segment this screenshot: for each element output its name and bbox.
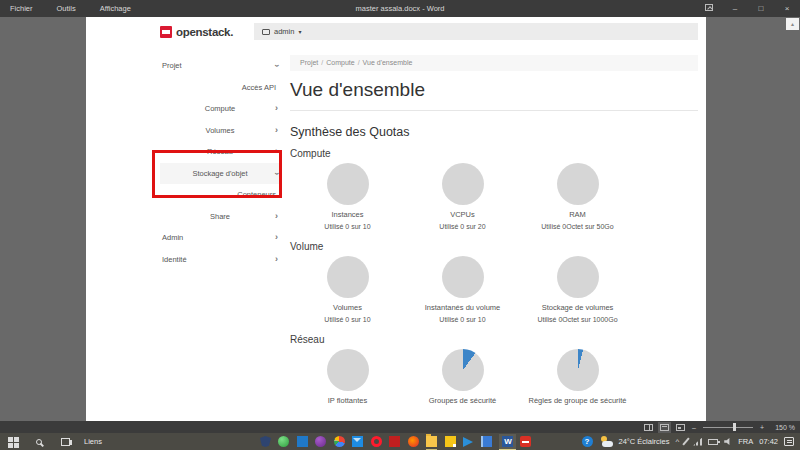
antivirus-shield-icon[interactable]	[260, 436, 271, 447]
breadcrumb: Projet/Compute/Vue d'ensemble	[290, 55, 698, 71]
taskbar-pinned-apps: W	[260, 434, 539, 450]
sidebar-item-compute[interactable]: Compute ›	[160, 98, 280, 120]
user-menu-bar: admin ▾	[254, 23, 698, 40]
breadcrumb-projet[interactable]: Projet	[300, 59, 318, 66]
language-indicator[interactable]: FRA	[738, 437, 753, 446]
green-sphere-app-icon[interactable]	[278, 436, 289, 447]
menu-affichage[interactable]: Affichage	[90, 4, 145, 13]
read-mode-icon[interactable]	[644, 424, 653, 431]
zoom-out-icon[interactable]: –	[692, 424, 696, 431]
scrollbar-up-icon[interactable]: ▴	[786, 18, 799, 30]
quota-pie-chart	[327, 163, 369, 205]
section-reseau: Réseau IP flottantes Groupes de sécurité…	[290, 334, 698, 408]
search-button[interactable]	[26, 433, 52, 450]
opera-icon[interactable]	[371, 436, 382, 447]
tray-expand-icon[interactable]: ^	[675, 437, 679, 446]
sidebar-item-projet[interactable]: Projet ›	[160, 55, 280, 77]
media-player-icon[interactable]	[463, 437, 473, 447]
zoom-slider-thumb[interactable]	[733, 423, 736, 431]
openstack-logo[interactable]: openstack.	[160, 23, 233, 40]
clock[interactable]: 07:42	[759, 437, 778, 446]
minimize-icon[interactable]: –	[722, 4, 748, 13]
quota-item-ip-flottantes: IP flottantes	[290, 349, 405, 408]
network-signal-icon[interactable]	[693, 438, 702, 446]
links-toolbar-label[interactable]: Liens	[84, 437, 102, 446]
blue-book-app-icon[interactable]	[481, 436, 492, 447]
chevron-down-icon: ›	[266, 64, 288, 67]
blue-square-app-icon[interactable]	[297, 436, 308, 447]
breadcrumb-compute[interactable]: Compute	[326, 59, 354, 66]
openstack-main-content: Projet/Compute/Vue d'ensemble Vue d'ense…	[290, 55, 698, 408]
quota-item-volumes: Volumes Utilisé 0 sur 10	[290, 256, 405, 324]
windows-taskbar: Liens W ? 24°C Éclaircies ^ FRA 07:42	[0, 433, 800, 450]
menu-fichier[interactable]: Fichier	[0, 4, 47, 13]
sidebar-item-stockage-objet[interactable]: Stockage d'objet ›	[160, 163, 280, 185]
mail-icon[interactable]	[352, 436, 363, 447]
chevron-right-icon: ›	[275, 227, 278, 249]
section-volume: Volume Volumes Utilisé 0 sur 10 Instanta…	[290, 241, 698, 324]
sidebar-item-acces-api[interactable]: Accès API	[160, 77, 280, 99]
user-menu-label[interactable]: admin	[274, 27, 294, 36]
start-button[interactable]	[0, 433, 26, 450]
quota-pie-chart	[327, 349, 369, 391]
section-title: Réseau	[290, 334, 698, 346]
quota-item-instantanes: Instantanés du volume Utilisé 0 sur 10	[405, 256, 520, 324]
close-icon[interactable]: ×	[774, 4, 800, 13]
quota-pie-chart	[442, 349, 484, 391]
chevron-right-icon: ›	[275, 120, 278, 142]
word-taskbar-button[interactable]: W	[499, 434, 516, 450]
notification-center-icon[interactable]	[784, 437, 794, 446]
restore-icon[interactable]: □	[748, 4, 774, 13]
web-layout-icon[interactable]	[676, 424, 685, 431]
project-icon	[262, 29, 270, 35]
quota-pie-chart	[442, 163, 484, 205]
sidebar-item-volumes[interactable]: Volumes ›	[160, 120, 280, 142]
print-layout-icon[interactable]	[660, 424, 669, 431]
word-titlebar: Fichier Outils Affichage master assala.d…	[0, 0, 800, 17]
word-document-page: openstack. admin ▾ Projet › Accès API Co…	[86, 17, 706, 421]
battery-icon[interactable]	[708, 439, 718, 445]
ribbon-options-icon[interactable]	[696, 4, 722, 13]
menu-outils[interactable]: Outils	[47, 4, 90, 13]
zoom-in-icon[interactable]: +	[760, 424, 764, 431]
pen-icon[interactable]	[683, 437, 690, 445]
window-controls: – □ ×	[696, 4, 800, 13]
quota-pie-chart	[557, 349, 599, 391]
sidebar-item-identite[interactable]: Identité ›	[160, 249, 280, 271]
sidebar-item-reseau[interactable]: Réseau ›	[160, 141, 280, 163]
task-view-icon	[61, 438, 70, 446]
volume-icon[interactable]	[724, 438, 732, 446]
weather-text[interactable]: 24°C Éclaircies	[619, 437, 670, 446]
quota-pie-chart	[557, 256, 599, 298]
weather-icon[interactable]	[599, 436, 613, 447]
notes-app-icon[interactable]	[445, 436, 456, 447]
task-view-button[interactable]	[52, 433, 78, 450]
section-compute: Compute Instances Utilisé 0 sur 10 VCPUs…	[290, 148, 698, 231]
zoom-level[interactable]: 150 %	[771, 424, 795, 431]
quota-item-ram: RAM Utilisé 0Octet sur 50Go	[520, 163, 635, 231]
sidebar-item-admin[interactable]: Admin ›	[160, 227, 280, 249]
breadcrumb-vue-densemble: Vue d'ensemble	[363, 59, 413, 66]
red-app-icon[interactable]	[520, 436, 531, 447]
quota-item-instances: Instances Utilisé 0 sur 10	[290, 163, 405, 231]
caret-down-icon[interactable]: ▾	[298, 28, 301, 35]
acrobat-icon[interactable]	[389, 436, 400, 447]
word-statusbar: – + 150 %	[0, 421, 800, 433]
sidebar-item-conteneurs[interactable]: Conteneurs	[160, 184, 280, 206]
word-menu-bar: Fichier Outils Affichage	[0, 4, 145, 13]
firefox-icon[interactable]	[408, 436, 419, 447]
zoom-slider[interactable]	[703, 427, 753, 428]
quota-item-stockage-volumes: Stockage de volumes Utilisé 0Octet sur 1…	[520, 256, 635, 324]
divider	[290, 110, 698, 111]
help-icon[interactable]: ?	[582, 436, 593, 447]
file-explorer-icon[interactable]	[426, 436, 437, 447]
openstack-sidebar: Projet › Accès API Compute › Volumes › R…	[160, 55, 280, 270]
chevron-down-icon: ›	[266, 172, 288, 175]
purple-sphere-app-icon[interactable]	[315, 436, 326, 447]
chevron-right-icon: ›	[275, 206, 278, 228]
quota-item-groupes-securite: Groupes de sécurité	[405, 349, 520, 408]
sidebar-item-share[interactable]: Share ›	[160, 206, 280, 228]
chrome-icon[interactable]	[334, 436, 345, 447]
quota-item-regles-groupe-securite: Règles de groupe de sécurité	[520, 349, 635, 408]
windows-logo-icon	[8, 437, 13, 442]
